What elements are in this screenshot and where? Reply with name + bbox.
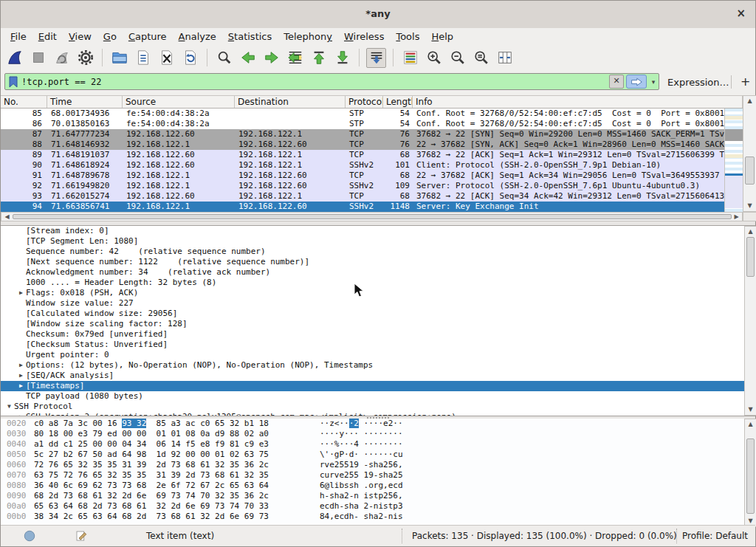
scroll-thumb[interactable] (745, 156, 755, 185)
expander-closed-icon[interactable]: ▶ (16, 381, 26, 391)
detail-line-16[interactable]: TCP payload (1080 bytes) (1, 391, 755, 402)
scroll-up-icon[interactable]: ▲ (745, 227, 756, 236)
scroll-thumb[interactable] (746, 237, 755, 277)
column-header-destination[interactable]: Destination (235, 96, 346, 108)
scroll-up-icon[interactable]: ▲ (743, 97, 756, 106)
detail-line-2[interactable]: Sequence number: 42 (relative sequence n… (1, 247, 755, 257)
close-icon[interactable]: × (736, 7, 746, 19)
hex-row-0060[interactable]: 006072 76 65 32 35 35 31 39 2d 73 68 61 … (1, 460, 755, 470)
go-back-icon[interactable] (238, 48, 258, 68)
menu-capture[interactable]: Capture (123, 30, 173, 44)
hex-row-0080[interactable]: 008036 40 6c 69 62 73 73 68 2e 6f 72 67 … (1, 481, 755, 491)
add-filter-button[interactable]: + (740, 75, 750, 89)
detail-line-15[interactable]: ▶[Timestamps] (1, 381, 755, 391)
reload-file-icon[interactable] (180, 48, 200, 68)
column-header-time[interactable]: Time (47, 96, 123, 108)
packet-list-hscrollbar[interactable]: ◀ ▶ (1, 212, 743, 221)
hex-row-0050[interactable]: 00505c 27 b2 67 50 ad 64 98 1d 92 00 00 … (1, 450, 755, 460)
menu-telephony[interactable]: Telephony (278, 30, 338, 44)
hex-row-0090[interactable]: 009068 2d 73 68 61 32 2d 6e 69 73 74 70 … (1, 491, 755, 501)
bookmark-icon[interactable] (5, 75, 21, 89)
menu-analyze[interactable]: Analyze (173, 30, 222, 44)
detail-line-9[interactable]: [Window size scaling factor: 128] (1, 319, 755, 329)
detail-line-13[interactable]: ▶Options: (12 bytes), No-Operation (NOP)… (1, 360, 755, 371)
restart-capture-icon[interactable] (52, 48, 72, 68)
packet-row-93[interactable]: 9371.662015274192.168.122.60192.168.122.… (1, 191, 724, 202)
expression-button[interactable]: Expression… (667, 77, 729, 88)
hex-row-0020[interactable]: 0020c0 a8 7a 3c 00 16 93 32 85 a3 ac c0 … (1, 419, 755, 429)
expander-closed-icon[interactable]: ▶ (16, 288, 26, 298)
packet-row-89[interactable]: 8971.648191037192.168.122.60192.168.122.… (1, 150, 724, 160)
packet-row-91[interactable]: 9171.648789678192.168.122.1192.168.122.6… (1, 171, 724, 181)
menu-wireless[interactable]: Wireless (338, 30, 390, 44)
zoom-out-icon[interactable] (447, 48, 467, 68)
open-file-icon[interactable] (109, 48, 129, 68)
packet-minimap[interactable] (724, 109, 743, 212)
packet-row-92[interactable]: 9271.661949820192.168.122.1192.168.122.6… (1, 181, 724, 191)
detail-line-5[interactable]: 1000 .... = Header Length: 32 bytes (8) (1, 278, 755, 288)
details-vscrollbar[interactable]: ▲ ▼ (744, 226, 756, 416)
detail-line-3[interactable]: [Next sequence number: 1122 (relative se… (1, 257, 755, 267)
hex-row-0040[interactable]: 0040a1 dd c1 25 00 00 04 34 06 14 f5 e8 … (1, 439, 755, 450)
column-header-no[interactable]: No. (1, 96, 47, 108)
expander-open-icon[interactable]: ▼ (4, 402, 14, 412)
detail-line-4[interactable]: Acknowledgment number: 34 (relative ack … (1, 267, 755, 278)
filter-text[interactable]: !tcp.port == 22 (21, 77, 609, 87)
detail-line-10[interactable]: Checksum: 0x79ed [unverified] (1, 329, 755, 340)
packet-row-87[interactable]: 8771.647777234192.168.122.60192.168.122.… (1, 129, 724, 140)
detail-line-0[interactable]: [Stream index: 0] (1, 226, 755, 236)
detail-line-8[interactable]: [Calculated window size: 29056] (1, 309, 755, 319)
capture-options-icon[interactable] (75, 48, 95, 68)
column-header-source[interactable]: Source (123, 96, 235, 108)
zoom-original-icon[interactable] (471, 48, 491, 68)
scroll-down-icon[interactable]: ▼ (743, 202, 756, 210)
detail-line-7[interactable]: Window size value: 227 (1, 298, 755, 309)
stop-capture-icon[interactable] (28, 48, 48, 68)
menu-file[interactable]: File (4, 30, 32, 44)
hex-vscrollbar[interactable]: ▲ ▼ (744, 419, 756, 527)
go-forward-icon[interactable] (261, 48, 281, 68)
start-capture-icon[interactable] (4, 48, 24, 68)
go-last-icon[interactable] (332, 48, 352, 68)
packet-row-94[interactable]: 9471.663856741192.168.122.1192.168.122.6… (1, 202, 724, 212)
resize-columns-icon[interactable] (495, 48, 515, 68)
packet-row-85[interactable]: 8568.001734936fe:54:00:d4:38:2aSTP54Conf… (1, 109, 724, 119)
hex-row-0030[interactable]: 003080 18 00 e3 79 ed 00 00 01 01 08 0a … (1, 429, 755, 439)
display-filter-input[interactable]: !tcp.port == 22 ✕ ▾ (4, 73, 659, 90)
profile-status[interactable]: Profile: Default (682, 531, 748, 541)
detail-line-6[interactable]: ▶Flags: 0x018 (PSH, ACK) (1, 288, 755, 298)
scroll-thumb[interactable] (746, 438, 755, 514)
menu-edit[interactable]: Edit (32, 30, 63, 44)
packet-row-90[interactable]: 9071.648618924192.168.122.60192.168.122.… (1, 160, 724, 171)
hex-row-00b0[interactable]: 00b038 34 2c 65 63 64 68 2d 73 68 61 32 … (1, 512, 755, 522)
scroll-down-icon[interactable]: ▼ (745, 405, 756, 414)
scroll-right-icon[interactable]: ▶ (732, 213, 741, 221)
expander-closed-icon[interactable]: ▶ (16, 371, 26, 381)
packet-row-86[interactable]: 8670.013850163fe:54:00:d4:38:2aSTP54Conf… (1, 119, 724, 129)
menu-view[interactable]: View (63, 30, 97, 44)
detail-line-12[interactable]: Urgent pointer: 0 (1, 350, 755, 360)
detail-line-17[interactable]: ▼SSH Protocol (1, 402, 755, 412)
detail-line-14[interactable]: ▶[SEQ/ACK analysis] (1, 371, 755, 381)
go-to-packet-icon[interactable] (285, 48, 305, 68)
column-header-length[interactable]: Length (383, 96, 413, 108)
find-packet-icon[interactable] (214, 48, 234, 68)
auto-scroll-icon[interactable] (366, 48, 386, 68)
menu-help[interactable]: Help (425, 30, 459, 44)
clear-filter-icon[interactable]: ✕ (609, 75, 624, 89)
column-header-protocol[interactable]: Protocol (346, 96, 383, 108)
save-file-icon[interactable] (133, 48, 153, 68)
menu-tools[interactable]: Tools (390, 30, 425, 44)
scroll-left-icon[interactable]: ◀ (2, 213, 12, 221)
menu-statistics[interactable]: Statistics (222, 30, 278, 44)
filter-dropdown-icon[interactable]: ▾ (648, 78, 659, 86)
scroll-up-icon[interactable]: ▲ (745, 420, 756, 429)
zoom-in-icon[interactable] (424, 48, 444, 68)
detail-line-11[interactable]: [Checksum Status: Unverified] (1, 340, 755, 350)
hex-row-00a0[interactable]: 00a065 63 64 68 2d 73 68 61 32 2d 6e 69 … (1, 501, 755, 512)
column-header-info[interactable]: Info (413, 96, 743, 108)
title-bar[interactable]: *any × (1, 1, 755, 29)
menu-go[interactable]: Go (97, 30, 123, 44)
expert-info-icon[interactable] (23, 529, 36, 543)
detail-line-1[interactable]: [TCP Segment Len: 1080] (1, 236, 755, 247)
